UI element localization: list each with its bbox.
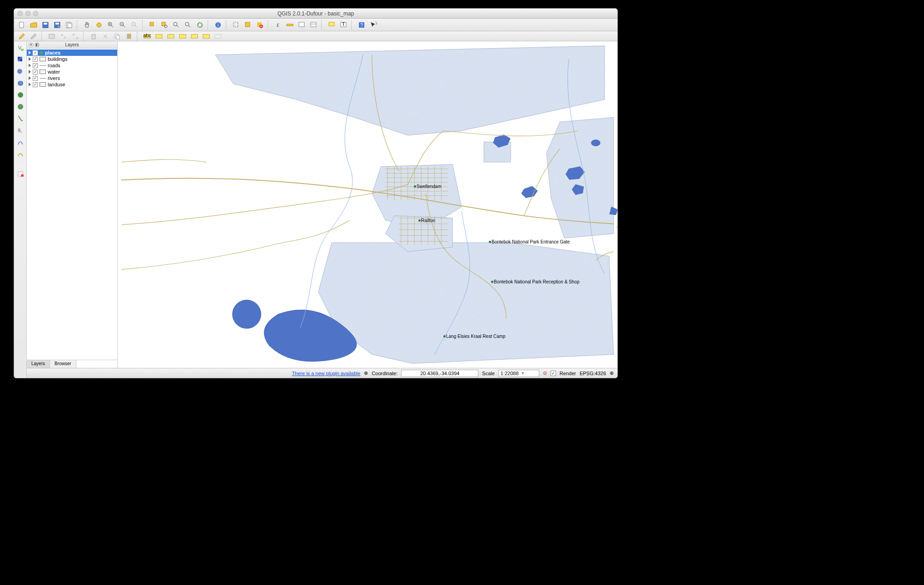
new-shapefile-button[interactable] — [16, 149, 25, 159]
scale-field[interactable]: 1:22088▾ — [498, 370, 539, 377]
map-canvas[interactable]: SwellendamRailtonBontebok National Park … — [118, 41, 617, 368]
label-change-button[interactable] — [178, 31, 188, 41]
paste-button[interactable] — [124, 31, 134, 41]
pan-button[interactable] — [82, 20, 92, 30]
svg-rect-46 — [203, 35, 209, 38]
label-move-button[interactable] — [154, 31, 164, 41]
layer-visibility-checkbox[interactable]: ✓ — [33, 76, 38, 81]
plugin-update-link[interactable]: There is a new plugin available — [292, 371, 360, 376]
expand-icon[interactable] — [29, 51, 31, 55]
expression-button[interactable]: ε — [273, 20, 283, 30]
save-as-button[interactable] — [52, 20, 62, 30]
identify-button[interactable]: i — [213, 20, 223, 30]
add-wcs-button[interactable] — [16, 102, 25, 111]
tab-browser[interactable]: Browser — [50, 360, 76, 368]
copy-button[interactable] — [112, 31, 122, 41]
svg-rect-25 — [329, 22, 334, 26]
help-button[interactable]: ? — [357, 20, 367, 30]
cut-button[interactable] — [100, 31, 110, 41]
select-rect-button[interactable] — [243, 20, 253, 30]
svg-text:i: i — [218, 22, 219, 28]
panel-detach-button[interactable]: ◧ — [35, 42, 40, 47]
stop-render-icon[interactable]: ⊘ — [543, 370, 547, 376]
add-spatialite-button[interactable] — [16, 67, 25, 76]
add-postgis-button[interactable] — [16, 79, 25, 88]
refresh-button[interactable] — [195, 20, 205, 30]
coordinate-field[interactable]: 20.4369,-34.0394 — [401, 370, 478, 377]
bookmark-button[interactable] — [297, 20, 307, 30]
svg-point-33 — [64, 37, 66, 39]
render-checkbox[interactable]: ✓ — [551, 371, 556, 376]
add-wfs-button[interactable] — [16, 114, 25, 123]
add-csv-button[interactable]: 9, — [16, 126, 25, 135]
svg-rect-6 — [68, 23, 72, 28]
crs-button[interactable]: ⊕ — [610, 370, 614, 376]
tab-layers[interactable]: Layers — [27, 360, 50, 368]
save-project-button[interactable] — [40, 20, 50, 30]
expand-icon[interactable] — [29, 70, 31, 74]
add-feature-button[interactable] — [47, 31, 57, 41]
layer-item-buildings[interactable]: ✓ buildings — [27, 56, 117, 62]
layer-tree[interactable]: ✓ places ✓ buildings ✓ roads ✓ water ✓ r… — [27, 49, 117, 205]
layer-visibility-checkbox[interactable]: ✓ — [33, 69, 38, 74]
save-edits-button[interactable] — [29, 31, 39, 41]
zoom-next-button[interactable] — [183, 20, 193, 30]
zoom-last-button[interactable] — [171, 20, 181, 30]
zoom-in-button[interactable] — [106, 20, 116, 30]
zoom-out-button[interactable] — [118, 20, 128, 30]
layer-item-rivers[interactable]: ✓ rivers — [27, 75, 117, 81]
label-rotate-button[interactable] — [166, 31, 176, 41]
add-gps-button[interactable] — [16, 138, 25, 147]
toggle-extents-icon[interactable]: ⊕ — [364, 370, 368, 376]
titlebar[interactable]: QGIS 2.0.1-Dufour - basic_map — [14, 9, 617, 19]
node-tool-button[interactable] — [70, 31, 80, 41]
layer-item-landuse[interactable]: ✓ landuse — [27, 81, 117, 88]
new-project-button[interactable] — [17, 20, 27, 30]
open-project-button[interactable] — [29, 20, 39, 30]
whats-this-button[interactable]: ? — [368, 20, 378, 30]
svg-text:abc: abc — [144, 33, 151, 38]
layers-panel-header[interactable]: ✕ ◧ Layers — [27, 41, 117, 49]
composer-button[interactable] — [64, 20, 74, 30]
move-feature-button[interactable] — [59, 31, 69, 41]
layer-item-water[interactable]: ✓ water — [27, 69, 117, 75]
panel-close-button[interactable]: ✕ — [29, 42, 34, 47]
label-button[interactable]: abc — [142, 31, 152, 41]
layer-symbol-icon — [40, 82, 46, 87]
expand-icon[interactable] — [29, 64, 31, 67]
remove-layer-button[interactable] — [16, 169, 25, 178]
expand-icon[interactable] — [29, 57, 31, 61]
zoom-selection-button[interactable] — [148, 20, 158, 30]
layer-item-roads[interactable]: ✓ roads — [27, 62, 117, 69]
svg-rect-19 — [245, 22, 250, 27]
expand-icon[interactable] — [29, 83, 31, 86]
annotation-button[interactable] — [327, 20, 337, 30]
zoom-layer-button[interactable] — [159, 20, 169, 30]
pan-selection-button[interactable] — [94, 20, 104, 30]
svg-rect-4 — [55, 23, 59, 25]
text-annotation-button[interactable]: T — [338, 20, 348, 30]
scale-label: Scale — [482, 371, 495, 376]
toggle-editing-button[interactable] — [17, 31, 27, 41]
expand-icon[interactable] — [29, 76, 31, 80]
measure-button[interactable] — [285, 20, 295, 30]
layer-visibility-checkbox[interactable]: ✓ — [33, 50, 38, 55]
label-pin-button[interactable] — [189, 31, 199, 41]
select-button[interactable] — [231, 20, 241, 30]
panel-tabs: Layers Browser — [27, 360, 117, 368]
layer-item-places[interactable]: ✓ places — [27, 50, 117, 56]
svg-rect-59 — [21, 174, 24, 177]
delete-button[interactable] — [89, 31, 99, 41]
layer-visibility-checkbox[interactable]: ✓ — [33, 82, 38, 87]
layer-visibility-checkbox[interactable]: ✓ — [33, 57, 38, 62]
place-point — [418, 219, 421, 222]
zoom-full-button[interactable] — [129, 20, 139, 30]
bookmarks-button[interactable] — [308, 20, 318, 30]
add-raster-layer-button[interactable] — [16, 55, 25, 64]
add-vector-layer-button[interactable]: V+ — [16, 43, 25, 52]
deselect-button[interactable] — [255, 20, 265, 30]
label-hide-button[interactable] — [213, 31, 223, 41]
add-wms-button[interactable] — [16, 90, 25, 99]
label-show-button[interactable] — [201, 31, 211, 41]
layer-visibility-checkbox[interactable]: ✓ — [33, 63, 38, 68]
